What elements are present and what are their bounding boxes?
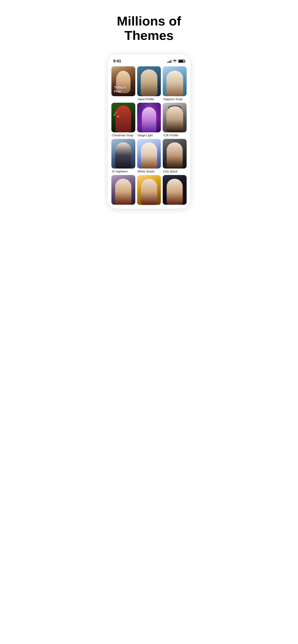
todays-free-label: Today'sFree xyxy=(114,86,126,94)
theme-item-aqua-profile[interactable]: Aqua Profile xyxy=(137,66,161,100)
status-time: 9:41 xyxy=(113,59,121,64)
theme-item-sapporo-snap[interactable]: Sapporo Snap xyxy=(163,66,187,100)
theme-item-todays-free[interactable]: Today'sFree xyxy=(111,66,135,100)
theme-item-y2k-profile[interactable]: Y2K Profile xyxy=(163,103,187,137)
chic-black-label: Chic Black xyxy=(163,170,187,173)
signal-bar-3 xyxy=(169,61,170,63)
theme-item-white-studio[interactable]: White Studio xyxy=(137,139,161,173)
phone-frame: 9:41 xyxy=(107,54,191,209)
battery-icon xyxy=(178,60,185,63)
theme-item-ai-highteen[interactable]: AI Highteen xyxy=(111,139,135,173)
status-icons xyxy=(167,59,185,63)
white-studio-label: White Studio xyxy=(137,170,161,173)
aqua-profile-label: Aqua Profile xyxy=(137,97,161,101)
theme-item-row4-c[interactable] xyxy=(163,175,187,205)
sapporo-snap-label: Sapporo Snap xyxy=(163,97,187,101)
theme-item-chic-black[interactable]: Chic Black xyxy=(163,139,187,173)
page-title: Millions ofThemes xyxy=(104,0,194,52)
theme-item-row4-b[interactable] xyxy=(137,175,161,205)
themes-grid: Today'sFree Aqua Profile Sapporo Snap xyxy=(111,66,187,205)
signal-bar-1 xyxy=(167,62,168,63)
signal-icon xyxy=(167,60,171,63)
signal-bar-2 xyxy=(168,62,169,63)
theme-item-row4-a[interactable] xyxy=(111,175,135,205)
ai-highteen-label: AI Highteen xyxy=(111,170,135,173)
y2k-profile-label: Y2K Profile xyxy=(163,134,187,137)
battery-fill xyxy=(179,60,183,62)
stage-light-label: Stage Light xyxy=(137,134,161,137)
status-bar: 9:41 xyxy=(111,58,187,66)
signal-bar-4 xyxy=(171,60,171,63)
wifi-icon xyxy=(173,59,177,63)
theme-item-stage-light[interactable]: Stage Light xyxy=(137,103,161,137)
theme-item-christmas-snap[interactable]: Christmas Snap xyxy=(111,103,135,137)
christmas-snap-label: Christmas Snap xyxy=(111,134,135,137)
